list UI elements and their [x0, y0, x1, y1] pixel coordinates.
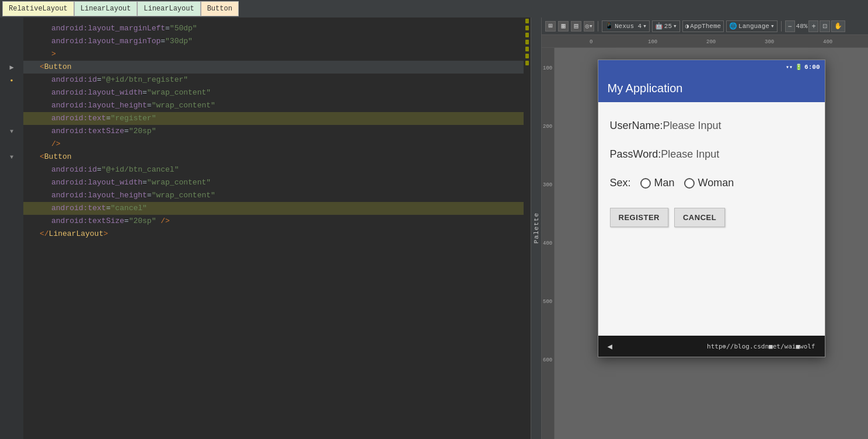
ruler-tick-400: 400 [823, 39, 832, 45]
zoom-in-button[interactable]: + [808, 20, 818, 32]
code-line-3: > [23, 48, 524, 61]
zoom-fit-button[interactable]: ⊡ [820, 20, 830, 32]
gutter-arrow-1[interactable]: ▶ [7, 61, 16, 74]
gutter-icon-14 [7, 202, 16, 215]
device-area: ▾▾ 🔋 6:00 My Application UserName [555, 48, 868, 439]
gutter-icon-12 [7, 176, 16, 189]
scroll-mark-7 [525, 61, 529, 65]
ruler-v-tick-400: 400 [543, 241, 552, 246]
toolbar-language-dropdown[interactable]: 🌐 Language ▾ [726, 20, 777, 32]
main-area: ▶ ● ▼ ▼ andr [0, 18, 868, 439]
toolbar-theme-dropdown[interactable]: ◑ AppTheme [682, 20, 724, 32]
preview-body: 100 200 300 400 500 600 ▾▾ 🔋 6:00 [542, 48, 868, 439]
ruler-left: 100 200 300 400 500 600 [542, 48, 555, 439]
radio-woman-label: Woman [698, 177, 734, 189]
ruler-tick-100: 100 [648, 39, 657, 45]
editor-margin-right [524, 18, 531, 439]
gutter-icon-3 [7, 48, 16, 61]
register-button[interactable]: REGISTER [610, 208, 668, 227]
gutter-icon-1 [7, 22, 16, 35]
pan-button[interactable]: ✋ [831, 20, 845, 32]
device-label: Nexus 4 [615, 23, 642, 30]
radio-woman[interactable]: Woman [684, 177, 734, 189]
dropdown-arrow-device: ▾ [643, 22, 647, 30]
toolbar-icon-grid2[interactable]: ▦ [558, 21, 569, 32]
theme-label: AppTheme [690, 23, 721, 30]
ruler-v-tick-500: 500 [543, 299, 552, 305]
username-label: UserName: [610, 120, 663, 132]
radio-man-circle[interactable] [640, 178, 651, 189]
editor-gutter: ▶ ● ▼ ▼ [0, 18, 23, 439]
phone-status-bar: ▾▾ 🔋 6:00 [598, 60, 825, 74]
zoom-percent: 48% [796, 23, 808, 30]
gutter-icon-13 [7, 189, 16, 202]
username-row: UserName: Please Input [610, 120, 813, 132]
palette-label: Palette [533, 212, 540, 243]
gutter-fold-2[interactable]: ▼ [7, 151, 16, 163]
code-line-8: android:text="register" [23, 112, 524, 125]
toolbar-icon-grid3[interactable]: ▤ [571, 21, 581, 32]
api-label: 25 [664, 23, 672, 30]
zoom-out-button[interactable]: − [785, 20, 795, 32]
breadcrumb-button[interactable]: Button [201, 1, 239, 16]
sex-label: Sex: [610, 177, 631, 189]
code-line-15: android:text="cancel" [23, 202, 524, 215]
phone-appbar: My Application [598, 74, 825, 102]
sex-row: Sex: Man Woman [610, 177, 813, 189]
ruler-v-tick-100: 100 [543, 65, 552, 71]
ruler-v-tick-300: 300 [543, 182, 552, 188]
gutter-icon-11 [7, 163, 16, 176]
ruler-tick-0: 0 [590, 39, 592, 45]
preview-area: 0 100 200 300 400 100 200 300 400 500 60… [542, 35, 868, 439]
radio-man-label: Man [654, 177, 675, 189]
ruler-top: 0 100 200 300 400 [542, 35, 868, 48]
zoom-controls: − 48% + ⊡ ✋ [785, 20, 846, 32]
code-line-17: </LinearLayout> [23, 228, 524, 241]
back-button[interactable]: ◀ [608, 342, 612, 351]
code-line-14: android:layout_height="wrap_content" [23, 189, 524, 202]
ruler-v-tick-200: 200 [543, 124, 552, 130]
code-line-9: android:textSize="20sp" [23, 125, 524, 138]
password-placeholder: Please Input [661, 148, 719, 161]
toolbar-separator-1 [598, 21, 598, 32]
code-line-10: /> [23, 138, 524, 151]
palette-sidebar: Palette [531, 18, 542, 439]
language-label: Language [738, 23, 769, 30]
cancel-button[interactable]: CANCEL [674, 208, 725, 227]
toolbar-icon-grid1[interactable]: ⊞ [545, 21, 556, 32]
dropdown-arrow-lang: ▾ [771, 22, 775, 30]
status-time: 6:00 [804, 64, 820, 71]
code-line-12: android:id="@+id/btn_cancel" [23, 163, 524, 176]
code-text-area[interactable]: android:layout_marginLeft="50dp" android… [23, 18, 524, 439]
half-circle-icon: ◑ [685, 22, 689, 30]
toolbar-target-icon[interactable]: ◎▾ [584, 21, 594, 32]
scroll-mark-2 [525, 26, 529, 30]
radio-man[interactable]: Man [640, 177, 675, 189]
code-line-4: <Button [23, 61, 524, 74]
gutter-fold-1[interactable]: ▼ [7, 125, 16, 138]
wifi-icon: ▾▾ [786, 64, 793, 71]
gutter-icon-2 [7, 35, 16, 48]
code-editor: ▶ ● ▼ ▼ andr [0, 18, 531, 439]
phone-icon: 📱 [605, 22, 613, 30]
gutter-icon-5 [7, 86, 16, 99]
scroll-mark-6 [525, 54, 529, 58]
gutter-icon-9 [7, 138, 16, 151]
ruler-corner [542, 35, 555, 46]
radio-woman-circle[interactable] [684, 178, 695, 189]
ruler-h-content: 0 100 200 300 400 [555, 35, 868, 46]
gutter-bulb[interactable]: ● [7, 74, 16, 86]
breadcrumb-bar: RelativeLayout LinearLayout LinearLayout… [0, 0, 868, 18]
toolbar-device-dropdown[interactable]: 📱 Nexus 4 ▾ [602, 20, 650, 32]
toolbar-api-dropdown[interactable]: 🤖 25 ▾ [652, 20, 680, 32]
signal-icon: 🔋 [795, 64, 802, 71]
toolbar-separator-2 [781, 21, 782, 32]
code-line-13: android:layout_width="wrap_content" [23, 176, 524, 189]
bottom-url: http⊕//blog.csdn■et/wai■wolf [707, 343, 815, 350]
globe-icon: 🌐 [729, 22, 737, 30]
breadcrumb-linear1[interactable]: LinearLayout [74, 1, 137, 16]
breadcrumb-relative[interactable]: RelativeLayout [2, 1, 74, 16]
scroll-mark-4 [525, 40, 529, 44]
dropdown-arrow-api: ▾ [673, 22, 677, 30]
breadcrumb-linear2[interactable]: LinearLayout [137, 1, 200, 16]
